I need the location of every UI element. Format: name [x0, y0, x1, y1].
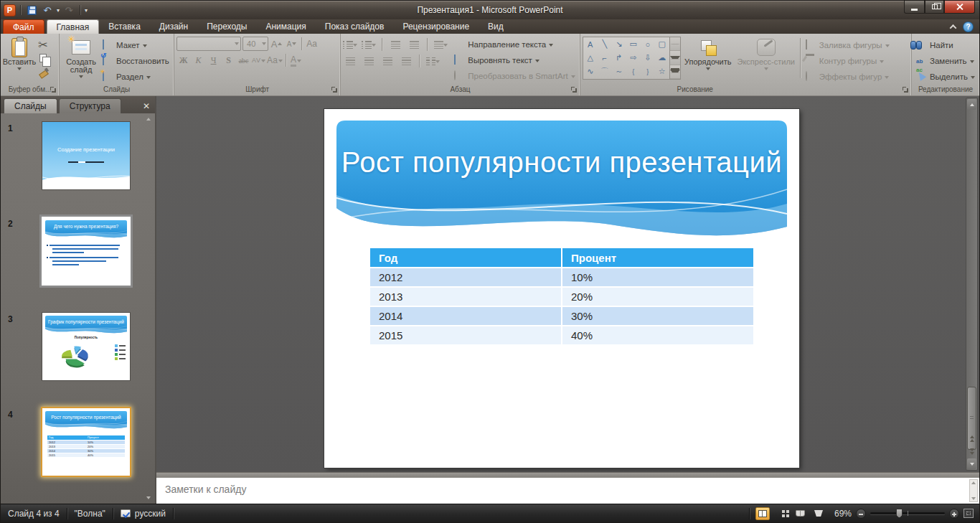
slide-thumbnail-4-selected[interactable]: 4 Рост популярности презентаций ГодПроце…: [1, 408, 155, 476]
save-button[interactable]: [25, 4, 38, 17]
slideshow-view-button[interactable]: [811, 507, 826, 520]
slide-counter[interactable]: Слайд 4 из 4: [1, 508, 67, 519]
tab-home[interactable]: Главная: [47, 19, 100, 34]
shape-curve[interactable]: ～: [612, 65, 626, 78]
tab-file[interactable]: Файл: [3, 19, 44, 34]
reading-view-button[interactable]: [793, 507, 807, 520]
customize-qat-button[interactable]: ▾: [85, 7, 88, 14]
shape-arrow-line[interactable]: ↘: [612, 37, 626, 51]
shape-elbow-arrow[interactable]: ↱: [612, 51, 626, 65]
line-spacing-button[interactable]: [433, 38, 448, 51]
notes-pane[interactable]: Заметки к слайду: [156, 477, 979, 504]
quick-styles-button[interactable]: Экспресс-стили: [735, 37, 797, 84]
font-color-button[interactable]: А: [289, 53, 303, 67]
vertical-scrollbar[interactable]: [966, 98, 978, 471]
font-name-combo[interactable]: [176, 37, 241, 51]
change-case-button[interactable]: Аа: [267, 53, 283, 67]
shape-textbox[interactable]: A: [583, 37, 598, 51]
help-button[interactable]: ?: [963, 22, 974, 32]
shapes-scroll-down[interactable]: [670, 51, 680, 65]
minimize-button[interactable]: [904, 1, 925, 14]
increase-indent-button[interactable]: [407, 38, 421, 51]
text-direction-button[interactable]: Направление текста: [452, 37, 578, 52]
shape-effects-button[interactable]: Эффекты фигур: [804, 69, 892, 84]
tab-slideshow[interactable]: Показ слайдов: [316, 19, 394, 34]
slide-thumbnail-2[interactable]: 2 Для чего нужна презентация?: [1, 217, 155, 285]
italic-button[interactable]: К: [192, 53, 205, 67]
align-text-button[interactable]: Выровнять текст: [452, 52, 578, 67]
shape-down-arrow[interactable]: ⇩: [641, 51, 655, 65]
tab-insert[interactable]: Вставка: [99, 19, 150, 34]
table-cell[interactable]: 30%: [562, 306, 753, 326]
close-button[interactable]: [944, 1, 975, 14]
previous-slide-button[interactable]: [967, 433, 976, 444]
shape-arc[interactable]: ⌒: [598, 65, 612, 78]
find-button[interactable]: Найти: [914, 37, 977, 52]
bullets-button[interactable]: [343, 38, 357, 51]
cut-button[interactable]: ✂: [36, 38, 50, 51]
text-shadow-button[interactable]: S: [222, 53, 235, 67]
font-size-combo[interactable]: 40: [242, 37, 268, 51]
shapes-scroll-up[interactable]: [670, 37, 680, 51]
shape-triangle[interactable]: △: [583, 51, 598, 65]
format-painter-button[interactable]: [36, 65, 50, 78]
select-button[interactable]: Выделить: [914, 69, 977, 84]
table-cell[interactable]: 2012: [370, 268, 562, 287]
shape-oval[interactable]: ○: [641, 37, 655, 51]
section-button[interactable]: Раздел: [100, 69, 171, 84]
decrease-indent-button[interactable]: [388, 38, 402, 51]
character-spacing-button[interactable]: АV: [252, 53, 265, 67]
align-center-button[interactable]: [362, 55, 376, 67]
normal-view-button[interactable]: [755, 507, 770, 520]
slide-sorter-view-button[interactable]: [774, 507, 788, 520]
tab-slides-thumbnails[interactable]: Слайды: [4, 98, 57, 113]
zoom-out-button[interactable]: [856, 509, 866, 519]
fit-slide-to-window-button[interactable]: [963, 509, 974, 518]
notes-scrollbar[interactable]: [969, 479, 978, 502]
shape-scribble[interactable]: ∿: [583, 65, 598, 78]
tab-outline[interactable]: Структура: [59, 98, 121, 113]
zoom-slider-thumb[interactable]: [896, 509, 903, 518]
paragraph-dialog-launcher[interactable]: [571, 87, 578, 93]
justify-button[interactable]: [399, 55, 413, 67]
underline-button[interactable]: Ч: [207, 53, 220, 67]
slide-title-placeholder[interactable]: Рост популярности презентаций: [336, 121, 787, 244]
slide-thumbnail-1[interactable]: 1 Создание презентации: [1, 122, 155, 189]
undo-button[interactable]: ↶: [41, 4, 54, 17]
tab-view[interactable]: Вид: [479, 19, 513, 34]
language-label[interactable]: русский: [135, 508, 166, 519]
font-dialog-launcher[interactable]: [331, 87, 338, 93]
table-cell[interactable]: 40%: [562, 326, 753, 345]
shape-rounded-rectangle[interactable]: ▢: [655, 37, 669, 51]
convert-smartart-button[interactable]: Преобразовать в SmartArt: [452, 68, 578, 83]
shape-right-arrow[interactable]: ⇨: [626, 51, 641, 65]
align-left-button[interactable]: [343, 55, 357, 67]
table-header-cell[interactable]: Год: [370, 248, 562, 268]
table-cell[interactable]: 2013: [370, 287, 562, 306]
clipboard-dialog-launcher[interactable]: [50, 87, 57, 93]
panel-close-button[interactable]: ✕: [141, 101, 152, 113]
slide-thumbnail-3[interactable]: 3 График популярности презентаций Популя…: [1, 313, 155, 380]
scroll-up-button[interactable]: [967, 99, 976, 110]
shape-outline-button[interactable]: Контур фигуры: [804, 53, 892, 68]
new-slide-button[interactable]: Создать слайд: [62, 37, 100, 84]
table-cell[interactable]: 2014: [370, 306, 562, 326]
shapes-more-button[interactable]: [670, 65, 680, 79]
next-slide-button[interactable]: [967, 446, 976, 457]
align-right-button[interactable]: [380, 55, 395, 67]
numbering-button[interactable]: [362, 38, 376, 51]
panel-scroll-up-icon[interactable]: [146, 118, 151, 121]
undo-dropdown[interactable]: ▾: [57, 7, 60, 14]
tab-review[interactable]: Рецензирование: [393, 19, 479, 34]
layout-button[interactable]: Макет: [100, 37, 171, 52]
current-slide[interactable]: Рост популярности презентаций Год Процен…: [324, 109, 799, 468]
columns-button[interactable]: [425, 55, 440, 67]
shape-freeform[interactable]: ☁: [655, 51, 669, 65]
table-cell[interactable]: 10%: [562, 268, 753, 287]
replace-button[interactable]: abacЗаменить: [914, 53, 977, 68]
shape-rectangle[interactable]: ▭: [626, 37, 641, 51]
shape-line[interactable]: ╲: [598, 37, 612, 51]
clear-formatting-button[interactable]: Аа: [305, 37, 319, 51]
grow-font-button[interactable]: А: [270, 37, 283, 51]
table-cell[interactable]: 20%: [562, 287, 753, 306]
